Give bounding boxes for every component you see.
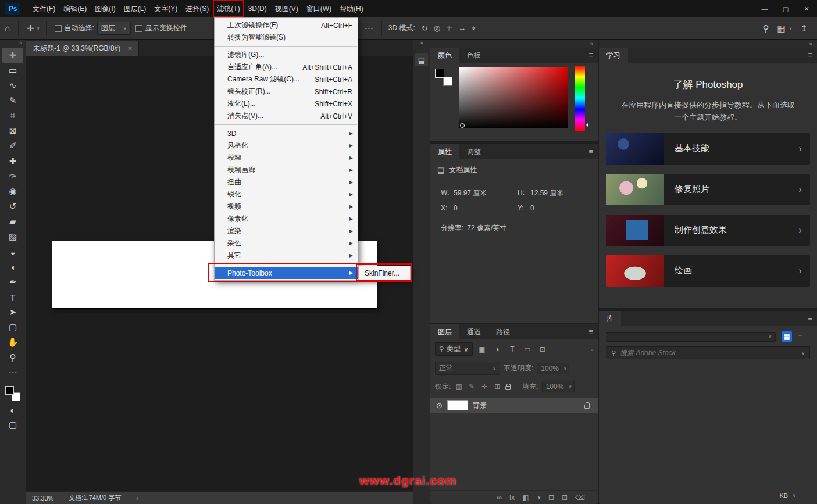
link-layers-icon[interactable]: ∞	[497, 494, 502, 502]
menu-item-stylize[interactable]: 风格化 ▶	[215, 140, 358, 152]
tool-move[interactable]: ✛	[2, 48, 23, 63]
3d-roll-icon[interactable]: ◎	[434, 24, 440, 33]
tool-healing-brush[interactable]: ✚	[2, 153, 23, 169]
3d-slide-icon[interactable]: ↔	[458, 24, 466, 33]
width-value[interactable]: 59.97 厘米	[454, 188, 518, 198]
tool-frame[interactable]: ⊠	[2, 123, 23, 138]
menu-item-vanishing-point[interactable]: 消失点(V)... Alt+Ctrl+V	[215, 110, 358, 122]
filter-shape-layers-icon[interactable]: ▭	[522, 345, 533, 353]
menu-help[interactable]: 帮助(H)	[336, 0, 368, 17]
tab-libraries[interactable]: 库	[599, 311, 621, 326]
tab-channels[interactable]: 通道	[459, 324, 488, 339]
menu-type[interactable]: 文字(Y)	[150, 0, 181, 17]
tool-dodge[interactable]: ◖	[2, 259, 23, 274]
auto-select-checkbox[interactable]	[55, 25, 62, 32]
panel-menu-icon[interactable]: ≡	[588, 147, 593, 156]
lock-artboard-icon[interactable]: ⊞	[493, 383, 502, 391]
x-value[interactable]: 0	[454, 204, 518, 212]
layer-filter-type-select[interactable]: ⚲ 类型 ∨	[435, 342, 473, 356]
quick-mask-button[interactable]: ◐	[2, 402, 23, 417]
workspace-layout-icon[interactable]: ▦	[777, 23, 785, 34]
more-options-icon[interactable]: ⋯	[360, 23, 378, 34]
panel-menu-icon[interactable]: ≡	[588, 327, 593, 336]
tab-layers[interactable]: 图层	[430, 324, 459, 339]
tool-brush[interactable]: ✑	[2, 169, 23, 184]
tool-gradient[interactable]: ▨	[2, 229, 23, 244]
menu-item-video[interactable]: 视频 ▶	[215, 201, 358, 213]
menu-layer[interactable]: 图层(L)	[120, 0, 151, 17]
adjustment-layer-icon[interactable]: ◑	[537, 494, 541, 502]
menu-item-liquify[interactable]: 液化(L)... Shift+Ctrl+X	[215, 98, 358, 110]
collapsed-panel-icon[interactable]: ▤	[415, 53, 428, 66]
tab-close-icon[interactable]: ✕	[127, 45, 132, 52]
menu-3d[interactable]: 3D(D)	[244, 0, 271, 17]
screen-mode-button[interactable]: ▢	[2, 417, 23, 432]
menu-filter[interactable]: 滤镜(T)	[213, 0, 244, 17]
layer-thumbnail[interactable]	[447, 400, 468, 410]
background-color-swatch[interactable]	[443, 77, 452, 86]
library-select[interactable]: ∨	[606, 332, 776, 342]
chevron-down-icon[interactable]: ∨	[793, 493, 796, 498]
menu-select[interactable]: 选择(S)	[181, 0, 213, 17]
maximize-button[interactable]: ▢	[775, 0, 796, 17]
filter-type-layers-icon[interactable]: T	[506, 345, 518, 353]
tool-type[interactable]: T	[2, 289, 23, 305]
menu-item-noise[interactable]: 杂色 ▶	[215, 237, 358, 249]
learn-card-basic-skills[interactable]: 基本技能 ›	[606, 133, 810, 165]
learn-card-painting[interactable]: 绘画 ›	[606, 255, 810, 287]
resolution-value[interactable]: 72 像素/英寸	[467, 223, 506, 233]
filter-adjustment-layers-icon[interactable]: ◑	[491, 345, 503, 353]
fill-input[interactable]: 100% ∨	[542, 381, 575, 392]
menu-item-3d[interactable]: 3D ▶	[215, 127, 358, 140]
skinfiner-submenu-item[interactable]: SkinFiner...	[358, 266, 411, 280]
tool-pen[interactable]: ✒	[2, 274, 23, 289]
color-panel-fgbg-swatch[interactable]	[435, 69, 452, 86]
close-button[interactable]: ✕	[796, 0, 817, 17]
filter-pixel-layers-icon[interactable]: ▣	[476, 345, 488, 353]
grid-view-icon[interactable]: ▦	[782, 331, 792, 342]
lock-image-pixels-icon[interactable]: ✎	[467, 383, 476, 391]
status-chevron-icon[interactable]: ›	[136, 494, 138, 502]
adobe-stock-search-input[interactable]	[620, 349, 797, 357]
menu-item-pixelate[interactable]: 像素化 ▶	[215, 213, 358, 225]
add-mask-icon[interactable]: ◧	[522, 494, 529, 502]
menu-item-adaptive-wide-angle[interactable]: 自适应广角(A)... Alt+Shift+Ctrl+A	[215, 61, 358, 73]
expand-panels-icon[interactable]: »	[420, 40, 423, 48]
tab-properties[interactable]: 属性	[430, 144, 459, 159]
height-value[interactable]: 12.59 厘米	[530, 188, 594, 198]
menu-item-other[interactable]: 其它 ▶	[215, 249, 358, 262]
list-view-icon[interactable]: ≡	[798, 332, 802, 341]
collapse-panels-icon[interactable]: »	[809, 41, 812, 47]
menu-item-render[interactable]: 渲染 ▶	[215, 225, 358, 237]
menu-item-sharpen[interactable]: 锐化 ▶	[215, 188, 358, 201]
menu-item-photo-toolbox[interactable]: Photo-Toolbox ▶	[215, 267, 358, 279]
tool-quick-selection[interactable]: ✎	[2, 93, 23, 108]
menu-item-blur-gallery[interactable]: 模糊画廊 ▶	[215, 164, 358, 176]
layer-filter-toggle-icon[interactable]: ◦	[591, 346, 593, 353]
opacity-input[interactable]: 100% ∨	[537, 363, 569, 374]
menu-edit[interactable]: 编辑(E)	[59, 0, 91, 17]
tool-rectangle[interactable]: ▢	[2, 320, 23, 335]
home-icon[interactable]: ⌂	[0, 23, 15, 33]
tab-paths[interactable]: 路径	[488, 324, 518, 339]
hue-slider[interactable]	[575, 66, 585, 131]
new-layer-icon[interactable]: ⊞	[562, 494, 568, 502]
menu-item-camera-raw[interactable]: Camera Raw 滤镜(C)... Shift+Ctrl+A	[215, 73, 358, 85]
lock-transparent-pixels-icon[interactable]: ▨	[454, 383, 463, 391]
tab-adjustments[interactable]: 调整	[459, 144, 488, 159]
panel-menu-icon[interactable]: ≡	[808, 51, 812, 59]
tool-hand[interactable]: ✋	[2, 335, 23, 350]
tab-color[interactable]: 颜色	[430, 48, 459, 63]
menu-item-distort[interactable]: 扭曲 ▶	[215, 176, 358, 188]
document-tab[interactable]: 未标题-1 @ 33.3%(RGB/8#) ✕	[26, 41, 139, 56]
chevron-down-icon[interactable]: ∨	[789, 26, 793, 31]
filter-smart-objects-icon[interactable]: ⊡	[537, 345, 548, 353]
layer-row-background[interactable]: ⊙ 背景	[430, 398, 598, 413]
layer-style-icon[interactable]: fx	[509, 494, 515, 502]
lock-all-icon[interactable]	[505, 386, 511, 390]
foreground-color-swatch[interactable]	[435, 69, 444, 78]
menu-item-filter-gallery[interactable]: 滤镜库(G)...	[215, 49, 358, 61]
panel-menu-icon[interactable]: ≡	[588, 51, 593, 59]
menu-file[interactable]: 文件(F)	[28, 0, 59, 17]
menu-image[interactable]: 图像(I)	[91, 0, 119, 17]
